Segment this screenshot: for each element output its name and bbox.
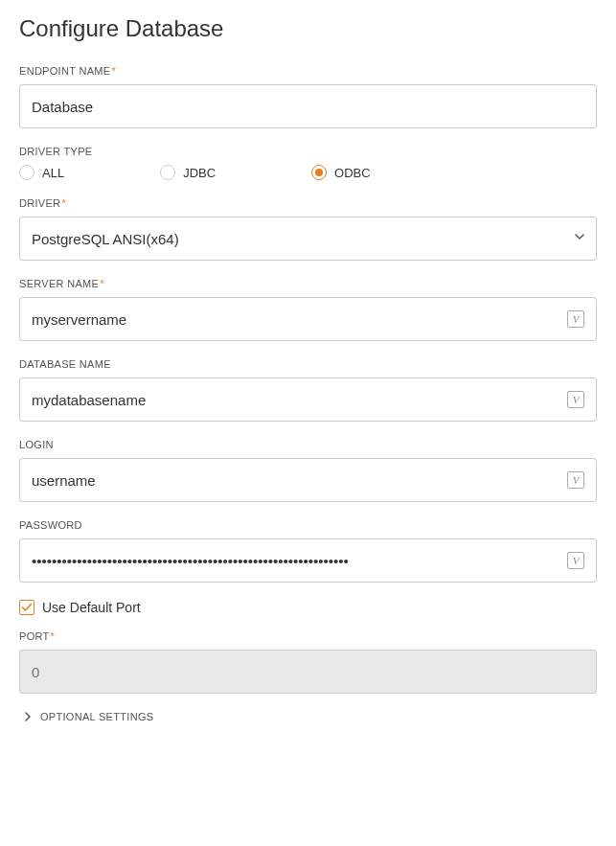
endpoint-name-input-wrap [19, 84, 597, 128]
driver-label: DRIVER* [19, 197, 597, 209]
radio-jdbc-label: JDBC [183, 166, 216, 180]
database-name-input[interactable] [32, 378, 561, 421]
radio-circle-icon [311, 165, 327, 180]
radio-jdbc[interactable]: JDBC [160, 165, 216, 180]
optional-settings-expander[interactable]: OPTIONAL SETTINGS [19, 711, 597, 722]
radio-circle-icon [19, 165, 34, 180]
password-input-wrap: V [19, 538, 597, 583]
use-default-port-row: Use Default Port [19, 600, 597, 615]
port-label: PORT* [19, 630, 597, 642]
driver-select[interactable]: PostgreSQL ANSI(x64) [19, 217, 597, 261]
required-asterisk: * [51, 630, 56, 642]
database-name-label: DATABASE NAME [19, 358, 597, 370]
endpoint-name-label: ENDPOINT NAME* [19, 65, 597, 77]
radio-odbc-label: ODBC [334, 166, 371, 180]
variable-icon[interactable]: V [567, 471, 584, 489]
variable-icon[interactable]: V [567, 391, 584, 408]
server-name-input-wrap: V [19, 297, 597, 341]
field-driver: DRIVER* PostgreSQL ANSI(x64) [19, 197, 597, 261]
variable-icon[interactable]: V [567, 552, 584, 569]
optional-settings-label: OPTIONAL SETTINGS [40, 711, 153, 722]
port-input [32, 651, 584, 693]
radio-circle-icon [160, 165, 175, 180]
login-label: LOGIN [19, 439, 597, 450]
use-default-port-label: Use Default Port [42, 600, 141, 615]
endpoint-name-input[interactable] [32, 85, 584, 127]
server-name-label: SERVER NAME* [19, 278, 597, 289]
database-name-input-wrap: V [19, 377, 597, 422]
required-asterisk: * [100, 278, 104, 289]
password-label: PASSWORD [19, 519, 597, 531]
driver-type-label: DRIVER TYPE [19, 146, 597, 157]
required-asterisk: * [61, 197, 66, 209]
login-input[interactable] [32, 459, 561, 501]
radio-odbc[interactable]: ODBC [311, 165, 371, 180]
password-input[interactable] [32, 539, 561, 582]
radio-all[interactable]: ALL [19, 165, 64, 180]
use-default-port-checkbox[interactable] [19, 600, 34, 615]
page-title: Configure Database [19, 15, 597, 42]
driver-type-radio-group: ALL JDBC ODBC [19, 165, 597, 180]
radio-all-label: ALL [42, 166, 64, 180]
login-input-wrap: V [19, 458, 597, 502]
field-driver-type: DRIVER TYPE ALL JDBC ODBC [19, 146, 597, 180]
chevron-down-icon [575, 234, 584, 243]
field-database-name: DATABASE NAME V [19, 358, 597, 422]
chevron-right-icon [25, 712, 31, 721]
field-login: LOGIN V [19, 439, 597, 502]
field-endpoint-name: ENDPOINT NAME* [19, 65, 597, 128]
driver-select-value: PostgreSQL ANSI(x64) [32, 231, 179, 247]
port-input-wrap [19, 650, 597, 694]
required-asterisk: * [111, 65, 116, 77]
check-icon [21, 603, 33, 612]
server-name-input[interactable] [32, 298, 561, 340]
field-password: PASSWORD V [19, 519, 597, 583]
field-server-name: SERVER NAME* V [19, 278, 597, 341]
variable-icon[interactable]: V [567, 310, 584, 328]
field-port: PORT* [19, 630, 597, 694]
radio-dot-icon [315, 169, 323, 176]
